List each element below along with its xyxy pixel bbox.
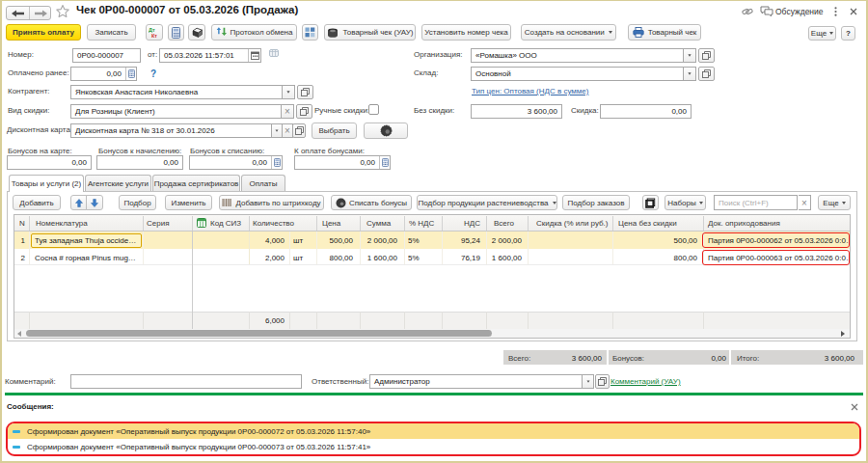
svg-text:Кт: Кт	[151, 33, 157, 39]
